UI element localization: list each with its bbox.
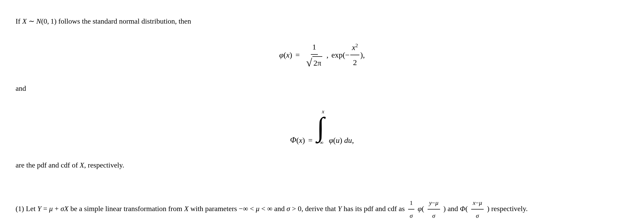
equation-Phi: Φ(x) = x ∫ −∞ φ(u) du, (16, 107, 628, 147)
intro-line: If X ∼ N(0, 1) follows the standard norm… (16, 16, 628, 27)
connector-and: and (16, 83, 628, 94)
page-content: If X ∼ N(0, 1) follows the standard norm… (16, 16, 628, 222)
conclusion-line: are the pdf and cdf of X, respectively. (16, 159, 628, 171)
problem-block: (1) Let Y = μ + σX be a simple linear tr… (16, 197, 628, 222)
equation-phi: φ(x) = 1 √ 2π , exp(− x2 2 ), (16, 40, 628, 70)
problem-text: (1) Let Y = μ + σX be a simple linear tr… (16, 197, 628, 222)
